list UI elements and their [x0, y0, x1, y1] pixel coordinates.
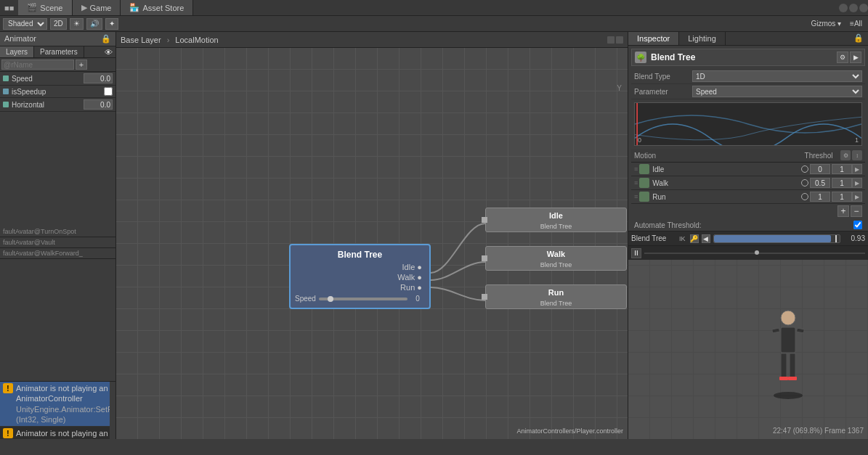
motion-settings-icon[interactable]: ⚙: [840, 150, 851, 160]
minimize-btn[interactable]: [839, 4, 848, 12]
breadcrumb-base-layer[interactable]: Base Layer: [121, 36, 161, 44]
run-circle[interactable]: [801, 193, 808, 200]
scene-toolbar: Shaded 2D ☀ 🔊 ✦ Gizmos ▾ ≡All: [0, 16, 868, 32]
walk-motion-icon: [639, 178, 649, 188]
animator-lock-icon[interactable]: 🔒: [101, 34, 111, 44]
console-scrollbar[interactable]: [110, 382, 115, 439]
run-in-dot: [482, 294, 487, 300]
blend-slider-thumb[interactable]: [328, 296, 333, 302]
tab-inspector[interactable]: Inspector: [628, 32, 679, 45]
motion-add-btn[interactable]: +: [837, 205, 849, 217]
console-text-1: Animator is not playing an AnimatorContr…: [16, 383, 110, 425]
tab-parameters[interactable]: Parameters: [34, 46, 84, 57]
param-speed-value[interactable]: [84, 73, 113, 83]
graph-header: Base Layer › LocalMotion: [116, 32, 628, 48]
inspector-settings-btn[interactable]: ⚙: [837, 52, 848, 63]
inspector-content: 🌳 Blend Tree ⚙ ▶ Blend Type 1D Parameter: [628, 46, 868, 231]
idle-expand[interactable]: ▶: [852, 164, 862, 174]
param-isspeedup-checkbox[interactable]: [104, 87, 113, 96]
tab-lighting[interactable]: Lighting: [679, 32, 726, 45]
shading-select[interactable]: Shaded: [3, 18, 47, 30]
close-btn[interactable]: [859, 4, 868, 12]
tab-game[interactable]: ▶ Game: [73, 0, 121, 15]
walk-node[interactable]: Walk Blend Tree: [485, 246, 627, 271]
graph-maximize-btn[interactable]: [616, 36, 623, 44]
asset-store-icon: 🏪: [129, 3, 139, 12]
2d-btn[interactable]: 2D: [50, 18, 67, 30]
run-expand[interactable]: ▶: [852, 192, 862, 202]
param-horizontal-value[interactable]: [84, 99, 113, 110]
animator-panel: Animator 🔒 Layers Parameters 👁 + Speed i…: [0, 32, 116, 439]
playback-thumb[interactable]: [755, 250, 759, 255]
char-shadow: [774, 392, 803, 399]
eye-icon[interactable]: 👁: [102, 46, 115, 57]
param-horizontal-icon: [3, 102, 9, 107]
inspector-lock-icon[interactable]: 🔒: [849, 32, 868, 45]
gizmos-label: Gizmos ▾: [808, 20, 844, 28]
game-icon: ▶: [81, 3, 87, 12]
scene-icon: 🎬: [27, 3, 37, 12]
graph-minimize-btn[interactable]: [607, 36, 615, 44]
automate-checkbox[interactable]: [853, 221, 862, 229]
walk-threshold[interactable]: [810, 178, 830, 188]
idle-circle[interactable]: [801, 165, 808, 173]
port-run: Run ●: [400, 283, 422, 292]
sidebar-file-item-2[interactable]: faultAvatar@Vault: [0, 237, 115, 248]
idle-weight[interactable]: [832, 164, 852, 174]
param-search-input[interactable]: [1, 60, 74, 70]
param-add-btn[interactable]: +: [76, 60, 87, 70]
key-icon[interactable]: 🔑: [690, 234, 699, 243]
console-item-1[interactable]: ! Animator is not playing an AnimatorCon…: [0, 382, 110, 427]
blend-tree-node[interactable]: Blend Tree Idle ● Walk ● Run ● Speed 0: [289, 244, 431, 309]
sidebar-file-item-1[interactable]: faultAvatar@TurnOnSpot: [0, 226, 115, 237]
warning-icon-2: !: [3, 428, 13, 438]
y-axis-label: Y: [617, 84, 622, 92]
breadcrumb-sep: ›: [167, 36, 170, 44]
walk-weight[interactable]: [832, 178, 852, 188]
playback-track[interactable]: [644, 253, 865, 254]
tab-asset-store[interactable]: 🏪 Asset Store: [121, 0, 193, 15]
timeline-value: 0.93: [843, 234, 865, 242]
idle-node[interactable]: Idle Blend Tree: [485, 208, 627, 232]
effects-btn[interactable]: ✦: [105, 18, 118, 30]
graph-canvas[interactable]: Blend Tree Idle ● Walk ● Run ● Speed 0 I: [116, 48, 628, 439]
idle-threshold[interactable]: [810, 164, 830, 174]
motion-footer: + −: [631, 204, 865, 218]
audio-btn[interactable]: 🔊: [86, 18, 102, 30]
walk-circle[interactable]: [801, 179, 808, 186]
main-layout: Animator 🔒 Layers Parameters 👁 + Speed i…: [0, 32, 868, 439]
motion-remove-btn[interactable]: −: [851, 205, 862, 217]
blend-type-row: Blend Type 1D: [631, 69, 865, 84]
parameter-select[interactable]: Speed: [692, 86, 862, 97]
tab-layers[interactable]: Layers: [0, 46, 34, 57]
character-figure: [766, 307, 810, 395]
svg-rect-3: [772, 328, 780, 333]
timeline-track[interactable]: [713, 234, 840, 243]
walk-expand[interactable]: ▶: [852, 178, 862, 188]
window-title-area: ■■: [0, 4, 18, 12]
sidebar-file-item-3[interactable]: faultAvatar@WalkForward_: [0, 248, 115, 259]
motion-sort-icon[interactable]: ↕: [852, 150, 862, 160]
light-btn[interactable]: ☀: [70, 18, 84, 30]
maximize-btn[interactable]: [849, 4, 858, 12]
blend-tree-ports: Idle ● Walk ● Run ●: [295, 263, 425, 292]
character-preview: 22:47 (069.8%) Frame 1367: [628, 260, 868, 439]
console-item-2[interactable]: ! Animator is not playing an AnimatorCon…: [0, 427, 110, 439]
run-weight[interactable]: [832, 192, 852, 202]
char-preview-grid: [628, 260, 868, 439]
pause-btn[interactable]: ⏸: [631, 248, 641, 258]
chart-label-max: 1: [855, 136, 859, 144]
window-dots: ■■: [4, 4, 14, 12]
run-node[interactable]: Run Blend Tree: [485, 284, 627, 309]
run-threshold[interactable]: [810, 192, 830, 202]
svg-rect-5: [781, 353, 787, 379]
parameter-row: Parameter Speed: [631, 84, 865, 99]
animator-tabs: Layers Parameters 👁: [0, 46, 115, 58]
tab-scene[interactable]: 🎬 Scene: [18, 0, 72, 15]
blend-type-select[interactable]: 1D: [692, 70, 862, 82]
svg-rect-2: [781, 327, 795, 353]
prev-frame-btn[interactable]: ◀: [702, 234, 710, 243]
breadcrumb-local-motion[interactable]: LocalMotion: [175, 36, 218, 44]
inspector-expand-btn[interactable]: ▶: [850, 52, 861, 63]
blend-slider-track[interactable]: [319, 298, 407, 300]
